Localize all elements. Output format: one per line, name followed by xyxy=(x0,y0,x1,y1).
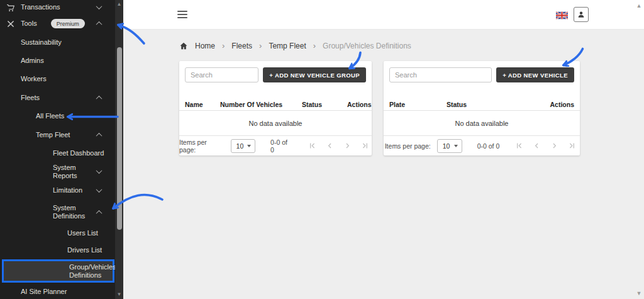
items-per-page-label: Items per page: xyxy=(385,142,431,150)
sidebar-item-drivers-list[interactable]: Drivers List xyxy=(0,241,115,259)
sidebar-item-transactions[interactable]: Transactions xyxy=(0,0,115,14)
sidebar-item-admins[interactable]: Admins xyxy=(0,52,115,70)
sidebar-item-limitation[interactable]: Limitation xyxy=(0,181,115,200)
sidebar-nav: Transactions Tools Premium Sustainabilit… xyxy=(0,0,115,299)
sidebar-scrollbar-thumb[interactable] xyxy=(117,47,122,230)
sidebar-item-system-definitions[interactable]: System Definitions xyxy=(0,200,115,225)
user-account-button[interactable] xyxy=(574,7,589,22)
items-per-page-label: Items per page: xyxy=(179,138,225,154)
items-per-page-select[interactable]: 10 xyxy=(231,139,256,153)
sidebar-item-label: Transactions xyxy=(21,3,60,11)
sidebar-item-temp-fleet[interactable]: Temp Fleet xyxy=(0,125,115,144)
chevron-down-icon[interactable] xyxy=(96,186,103,193)
scroll-up-icon[interactable]: ▲ xyxy=(115,1,123,8)
sidebar-item-group-vehicles-definitions[interactable]: Group/Vehicles Definitions xyxy=(2,259,114,283)
last-page-icon[interactable] xyxy=(358,139,372,153)
first-page-icon[interactable] xyxy=(305,139,319,153)
chevron-up-icon[interactable] xyxy=(96,132,103,138)
table-header: Name Number Of Vehicles Status Actions xyxy=(179,99,372,111)
sidebar-item-all-fleets[interactable]: All Fleets xyxy=(0,107,115,125)
column-header-status: Status xyxy=(447,101,539,108)
vehicle-search-input[interactable] xyxy=(389,67,492,82)
column-header-number-of-vehicles: Number Of Vehicles xyxy=(220,101,302,108)
add-new-vehicle-button[interactable]: + ADD NEW VEHICLE xyxy=(496,67,574,82)
column-header-actions: Actions xyxy=(347,101,372,108)
chevron-down-icon[interactable] xyxy=(96,167,103,174)
scroll-up-icon[interactable]: ▲ xyxy=(634,3,644,9)
previous-page-icon[interactable] xyxy=(323,139,336,153)
paginator: Items per page: 10 0-0 of 0 xyxy=(179,136,372,155)
items-per-page-select[interactable]: 10 xyxy=(437,139,462,153)
chevron-down-icon xyxy=(247,145,251,147)
column-header-status: Status xyxy=(302,101,347,108)
column-header-plate: Plate xyxy=(389,101,447,108)
page-scrollbar[interactable]: ▲ ▼ xyxy=(634,0,644,299)
next-page-icon[interactable] xyxy=(547,139,561,153)
sidebar-item-workers[interactable]: Workers xyxy=(0,70,115,88)
content-area: Home › Fleets › Temp Fleet › Group/Vehic… xyxy=(123,30,644,299)
cart-icon xyxy=(6,3,16,13)
breadcrumb: Home › Fleets › Temp Fleet › Group/Vehic… xyxy=(179,38,644,54)
sidebar-item-sustainability[interactable]: Sustainability xyxy=(0,33,115,52)
breadcrumb-home[interactable]: Home xyxy=(195,42,215,50)
first-page-icon[interactable] xyxy=(512,139,526,153)
next-page-icon[interactable] xyxy=(340,139,354,153)
breadcrumb-temp-fleet[interactable]: Temp Fleet xyxy=(269,42,306,50)
table-header: Plate Status Actions xyxy=(384,99,580,111)
sidebar-item-ai-site-planner[interactable]: AI Site Planner xyxy=(0,283,115,299)
chevron-up-icon[interactable] xyxy=(96,21,103,28)
page-range-label: 0-0 of 0 xyxy=(477,142,500,150)
main-area: Home › Fleets › Temp Fleet › Group/Vehic… xyxy=(123,0,644,299)
chevron-down-icon[interactable] xyxy=(96,3,103,9)
paginator: Items per page: 10 0-0 of 0 xyxy=(384,136,580,155)
vehicle-group-search-input[interactable] xyxy=(185,67,258,82)
previous-page-icon[interactable] xyxy=(530,139,543,153)
breadcrumb-current: Group/Vehicles Definitions xyxy=(323,42,411,50)
add-new-vehicle-group-button[interactable]: + ADD NEW VEHICLE GROUP xyxy=(263,67,366,82)
sidebar-item-tools[interactable]: Tools Premium xyxy=(0,14,115,33)
vehicle-groups-panel: + ADD NEW VEHICLE GROUP Name Number Of V… xyxy=(179,61,372,155)
topbar xyxy=(123,0,644,30)
chevron-right-icon: › xyxy=(313,42,316,50)
sidebar-item-system-reports[interactable]: System Reports xyxy=(0,162,115,181)
chevron-right-icon: › xyxy=(259,42,262,50)
empty-table-message: No data available xyxy=(384,111,580,136)
last-page-icon[interactable] xyxy=(565,139,579,153)
sidebar-scrollbar[interactable]: ▲ ▼ xyxy=(115,0,123,299)
scroll-down-icon[interactable]: ▼ xyxy=(634,290,644,296)
sidebar-item-fleet-dashboard[interactable]: Fleet Dashboard xyxy=(0,144,115,162)
empty-table-message: No data available xyxy=(179,111,372,136)
tools-icon xyxy=(6,19,16,29)
person-icon xyxy=(577,10,586,19)
language-flag-icon[interactable] xyxy=(556,11,568,19)
chevron-up-icon[interactable] xyxy=(96,210,103,216)
sidebar: Transactions Tools Premium Sustainabilit… xyxy=(0,0,123,299)
sidebar-item-users-list[interactable]: Users List xyxy=(0,225,115,241)
chevron-up-icon[interactable] xyxy=(96,95,103,101)
sidebar-item-fleets[interactable]: Fleets xyxy=(0,88,115,107)
column-header-actions: Actions xyxy=(539,101,574,108)
app-root: Transactions Tools Premium Sustainabilit… xyxy=(0,0,644,299)
chevron-down-icon xyxy=(454,145,458,147)
chevron-right-icon: › xyxy=(222,42,225,50)
sidebar-item-label: Tools xyxy=(21,20,37,28)
vehicles-panel: + ADD NEW VEHICLE Plate Status Actions N… xyxy=(384,61,580,155)
menu-icon[interactable] xyxy=(177,11,187,18)
home-icon[interactable] xyxy=(179,42,188,50)
breadcrumb-fleets[interactable]: Fleets xyxy=(231,42,252,50)
page-range-label: 0-0 of 0 xyxy=(270,138,292,154)
column-header-name: Name xyxy=(185,101,220,108)
scroll-down-icon[interactable]: ▼ xyxy=(115,291,123,298)
premium-badge: Premium xyxy=(51,19,85,28)
